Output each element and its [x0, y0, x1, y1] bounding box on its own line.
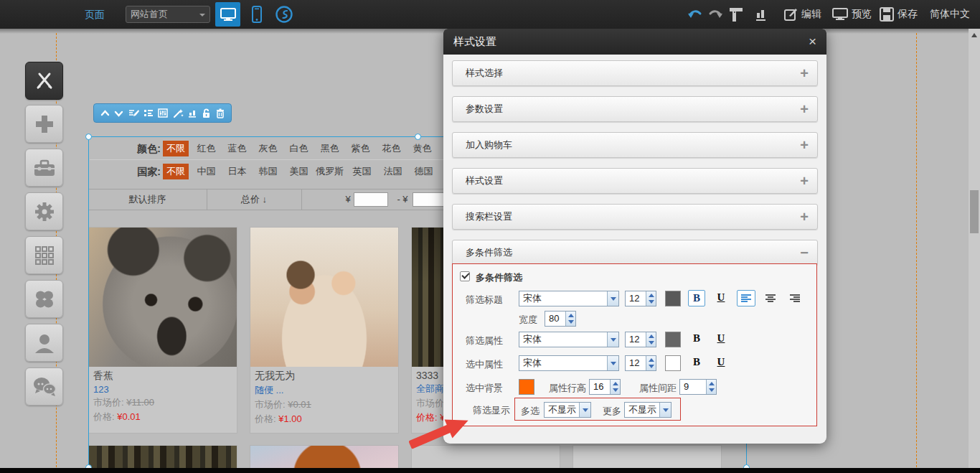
move-down-icon[interactable] — [114, 109, 123, 118]
filter-attr-font-select[interactable]: 宋体 — [519, 332, 619, 347]
multi-select-dropdown[interactable]: 不显示 — [544, 402, 591, 418]
collapse-icon[interactable]: − — [800, 240, 809, 265]
page-select[interactable]: 网站首页 — [126, 6, 210, 23]
filter-country-option[interactable]: 中国 — [191, 164, 222, 179]
sidebar-item-settings[interactable] — [25, 192, 63, 230]
expand-icon[interactable]: + — [800, 169, 809, 193]
spinner-arrows-icon[interactable] — [646, 291, 656, 306]
filter-attr-color-swatch[interactable] — [665, 332, 681, 347]
filter-color-option[interactable]: 花色 — [376, 141, 407, 156]
filter-attr-size-spinner[interactable]: 12 — [625, 332, 656, 347]
chevron-down-icon[interactable] — [607, 291, 618, 306]
sort-default-tab[interactable]: 默认排序 — [88, 189, 207, 210]
product-card[interactable]: 无我无为 随便 ... 市场价: ¥0.01 价格: ¥1.00 — [250, 227, 399, 434]
section-style-select[interactable]: 样式选择 + — [452, 60, 818, 86]
section-add-to-cart[interactable]: 加入购物车 + — [452, 132, 818, 158]
underline-button[interactable]: U — [714, 290, 728, 306]
section-parameters[interactable]: 参数设置 + — [452, 96, 818, 122]
filter-color-option[interactable]: 黑色 — [314, 141, 345, 156]
selection-handle-top-mid[interactable] — [415, 134, 421, 140]
product-category-link[interactable]: 123 — [89, 383, 237, 395]
product-category-link[interactable]: 随便 ... — [250, 383, 398, 397]
filter-color-option[interactable]: 黄色 — [407, 141, 438, 156]
expand-icon[interactable]: + — [800, 205, 809, 229]
preview-button[interactable]: 预览 — [832, 0, 872, 29]
sidebar-item-toolbox[interactable] — [25, 149, 63, 187]
trash-icon[interactable] — [216, 108, 225, 118]
filter-color-option[interactable]: 白色 — [283, 141, 314, 156]
filter-country-option[interactable]: 英国 — [347, 164, 377, 179]
list-settings-icon[interactable] — [143, 109, 154, 118]
redo-button[interactable] — [707, 0, 723, 29]
selected-bg-color-swatch[interactable] — [519, 379, 534, 395]
section-multi-filter[interactable]: 多条件筛选 − — [452, 240, 818, 266]
desktop-view-button[interactable] — [215, 2, 240, 27]
bold-button-active[interactable]: B — [688, 290, 705, 306]
filter-color-option[interactable]: 灰色 — [253, 141, 283, 156]
selected-attr-font-select[interactable]: 宋体 — [519, 355, 619, 371]
filter-title-size-spinner[interactable]: 12 — [625, 291, 656, 306]
more-dropdown[interactable]: 不显示 — [624, 402, 672, 418]
magic-wand-icon[interactable] — [173, 108, 184, 118]
sidebar-item-modules-grid[interactable] — [25, 236, 63, 274]
price-min-input[interactable] — [354, 192, 388, 207]
lock-icon[interactable] — [202, 108, 211, 118]
filter-color-selected[interactable]: 不限 — [163, 141, 189, 156]
spinner-arrows-icon[interactable] — [706, 380, 716, 394]
attr-line-height-spinner[interactable]: 16 — [589, 379, 621, 395]
filter-country-option[interactable]: 日本 — [222, 164, 253, 179]
edit-content-icon[interactable] — [128, 108, 139, 118]
attr-spacing-spinner[interactable]: 9 — [679, 379, 717, 395]
product-card[interactable]: 香蕉 123 市场价: ¥11.00 价格: ¥0.01 — [88, 227, 237, 434]
filter-country-option[interactable]: 德国 — [408, 164, 439, 179]
undo-button[interactable] — [687, 0, 703, 29]
scroll-up-icon[interactable] — [971, 33, 977, 37]
ruler-button[interactable] — [729, 0, 743, 29]
filter-country-option[interactable]: 美国 — [283, 164, 314, 179]
align-left-button-active[interactable] — [737, 290, 755, 306]
responsive-mode-button[interactable] — [271, 2, 296, 27]
chevron-down-icon[interactable] — [659, 403, 671, 417]
move-up-icon[interactable] — [100, 109, 110, 118]
align-right-button[interactable] — [786, 290, 804, 306]
underline-button[interactable]: U — [714, 355, 728, 371]
width-spinner[interactable]: 80 — [545, 311, 576, 327]
section-style-settings[interactable]: 样式设置 + — [452, 168, 818, 194]
product-card[interactable] — [250, 445, 399, 469]
underline-button[interactable]: U — [714, 331, 728, 347]
spinner-arrows-icon[interactable] — [610, 380, 620, 394]
edit-button[interactable]: 编辑 — [783, 0, 821, 29]
product-name[interactable]: 无我无为 — [250, 367, 398, 383]
filter-color-option[interactable]: 蓝色 — [222, 141, 253, 156]
sidebar-item-member[interactable] — [25, 324, 63, 362]
spinner-arrows-icon[interactable] — [646, 332, 656, 347]
filter-title-font-select[interactable]: 宋体 — [519, 291, 619, 306]
product-card[interactable] — [88, 445, 237, 469]
stats-icon[interactable] — [188, 108, 197, 118]
expand-icon[interactable]: + — [800, 133, 809, 157]
selection-handle-top-left[interactable] — [85, 134, 92, 140]
close-icon[interactable]: × — [809, 33, 816, 50]
spinner-arrows-icon[interactable] — [646, 356, 656, 370]
page-scrollbar[interactable] — [969, 29, 980, 473]
scrollbar-thumb[interactable] — [970, 190, 979, 233]
spinner-arrows-icon[interactable] — [565, 312, 575, 326]
sidebar-item-add-module[interactable] — [25, 105, 63, 143]
expand-icon[interactable]: + — [800, 61, 809, 85]
chevron-down-icon[interactable] — [579, 403, 590, 417]
filter-country-option[interactable]: 法国 — [377, 164, 408, 179]
filter-country-selected[interactable]: 不限 — [163, 164, 189, 179]
sidebar-item-chat[interactable] — [25, 367, 63, 406]
filter-country-option[interactable]: 俄罗斯 — [314, 164, 345, 179]
language-button[interactable]: 简体中文 — [930, 0, 970, 29]
bold-button[interactable]: B — [688, 331, 705, 347]
section-search-bar[interactable]: 搜索栏设置 + — [452, 204, 818, 230]
product-name[interactable]: 香蕉 — [89, 367, 237, 383]
mobile-view-button[interactable] — [244, 2, 269, 27]
sliders-icon[interactable] — [158, 108, 168, 118]
selected-attr-size-spinner[interactable]: 12 — [625, 355, 656, 371]
sidebar-item-design-tools[interactable] — [25, 62, 63, 100]
sort-total-tab[interactable]: 总价 ↓ — [207, 189, 301, 210]
align-center-button[interactable] — [761, 290, 780, 306]
sidebar-item-components[interactable] — [25, 280, 63, 318]
